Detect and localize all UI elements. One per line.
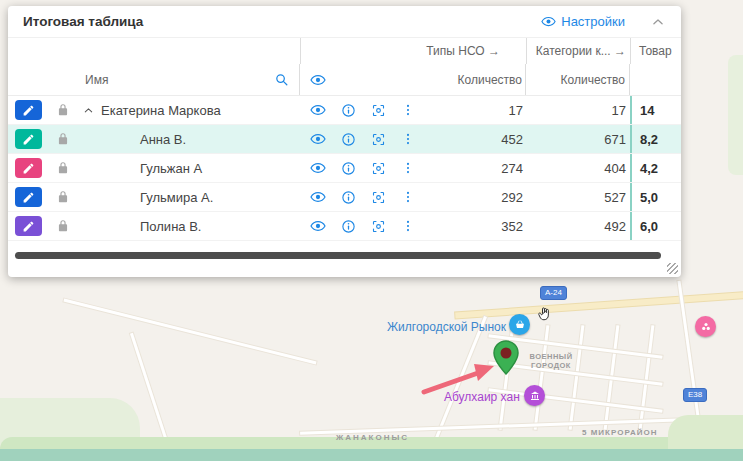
focus-icon[interactable]: [370, 131, 386, 147]
qty-product-value: 14: [630, 96, 681, 124]
settings-button[interactable]: Настройки: [535, 13, 631, 30]
focus-icon[interactable]: [370, 160, 386, 176]
lock-icon[interactable]: [56, 161, 70, 175]
table-column-header: Имя Количество Количество: [8, 64, 681, 96]
map-road: [63, 299, 316, 365]
area-label-5-mikroraion: 5 МИКРОРАЙОН: [582, 428, 658, 437]
menu-dots-icon[interactable]: [400, 131, 416, 147]
qty-nso-value: 352: [428, 212, 526, 240]
column-qty-categories-label[interactable]: Количество: [526, 64, 630, 95]
qty-nso-value: 274: [428, 154, 526, 182]
table-row[interactable]: Гульмира А. 292 527 5,0: [8, 183, 681, 212]
pencil-icon: [22, 104, 35, 117]
resize-handle[interactable]: [667, 263, 678, 274]
map-road: [639, 325, 655, 430]
table-group-header: Типы НСО → Категории к... → Товар: [8, 38, 681, 64]
qty-nso-value: 452: [428, 125, 526, 153]
map-park-area: [728, 55, 743, 175]
column-qty-nso-label[interactable]: Количество: [428, 64, 526, 95]
table-row[interactable]: Анна В. 452 671 8,2: [8, 125, 681, 154]
group-header-product[interactable]: Товар: [630, 38, 681, 64]
annotation-arrow: [418, 356, 506, 398]
edit-button[interactable]: [15, 216, 42, 236]
header-product-cell: [630, 64, 681, 95]
map-park-area: [668, 415, 743, 449]
table-row[interactable]: Полина В. 352 492 6,0: [8, 212, 681, 241]
horizontal-scrollbar[interactable]: [15, 252, 661, 259]
visibility-icon[interactable]: [310, 131, 326, 147]
info-icon[interactable]: [340, 218, 356, 234]
info-icon[interactable]: [340, 102, 356, 118]
visibility-icon[interactable]: [310, 189, 326, 205]
qty-categories-value: 17: [526, 96, 630, 124]
road-badge-e38: Е38: [683, 388, 707, 402]
info-icon[interactable]: [340, 131, 356, 147]
poi-label-market[interactable]: Жилгородской Рынок: [387, 320, 506, 334]
pencil-icon: [22, 220, 35, 233]
area-label-voenny-gorodok: ВОЕННЫЙ ГОРОДОК: [515, 352, 587, 370]
focus-icon[interactable]: [370, 189, 386, 205]
collapse-row-icon[interactable]: [80, 102, 96, 118]
qty-product-value: 4,2: [630, 154, 681, 182]
chevron-up-icon: [651, 15, 665, 29]
header-edit-cell: [8, 64, 48, 95]
group-header-spacer: [8, 38, 300, 64]
qty-categories-value: 404: [526, 154, 630, 182]
column-name-label: Имя: [85, 73, 108, 87]
row-name: Екатерина Маркова: [101, 103, 221, 118]
edit-button[interactable]: [15, 100, 42, 120]
visibility-column-icon[interactable]: [310, 72, 326, 88]
map-river: [0, 449, 743, 461]
lock-icon[interactable]: [56, 219, 70, 233]
landmark-icon: [529, 390, 541, 402]
map-road: [569, 325, 585, 430]
row-name: Гульмира А.: [140, 190, 213, 205]
summary-table-panel: Итоговая таблица Настройки Типы НСО → Ка…: [8, 6, 681, 277]
edit-button[interactable]: [15, 187, 42, 207]
visibility-icon[interactable]: [310, 160, 326, 176]
info-icon[interactable]: [340, 160, 356, 176]
lock-icon[interactable]: [56, 132, 70, 146]
menu-dots-icon[interactable]: [400, 189, 416, 205]
info-icon[interactable]: [340, 189, 356, 205]
menu-dots-icon[interactable]: [400, 160, 416, 176]
qty-categories-value: 527: [526, 183, 630, 211]
qty-categories-value: 492: [526, 212, 630, 240]
pencil-icon: [22, 191, 35, 204]
edit-button[interactable]: [15, 129, 42, 149]
cursor-hand: [535, 305, 553, 323]
header-name-cell: Имя: [78, 64, 300, 95]
header-icons-cell: [300, 64, 428, 95]
group-header-nso[interactable]: Типы НСО →: [300, 38, 526, 64]
qty-product-value: 8,2: [630, 125, 681, 153]
panel-header: Итоговая таблица Настройки: [8, 6, 681, 38]
shopping-basket-icon: [514, 319, 526, 331]
qty-nso-value: 17: [428, 96, 526, 124]
qty-product-value: 5,0: [630, 183, 681, 211]
row-name: Гульжан А: [140, 161, 202, 176]
collapse-panel-button[interactable]: [651, 13, 669, 31]
menu-dots-icon[interactable]: [400, 102, 416, 118]
map-road-highway: [455, 292, 743, 319]
table-row[interactable]: Гульжан А 274 404 4,2: [8, 154, 681, 183]
search-icon[interactable]: [274, 72, 289, 87]
visibility-icon[interactable]: [310, 218, 326, 234]
landmark-poi-icon[interactable]: [524, 385, 545, 406]
edit-button[interactable]: [15, 158, 42, 178]
road-badge-a24: А-24: [540, 286, 567, 300]
visibility-icon[interactable]: [310, 102, 326, 118]
focus-icon[interactable]: [370, 102, 386, 118]
market-poi-icon[interactable]: [509, 314, 530, 335]
eye-icon: [541, 14, 556, 29]
table-row[interactable]: Екатерина Маркова 17 17 14: [8, 96, 681, 125]
panel-title: Итоговая таблица: [23, 14, 143, 29]
pencil-icon: [22, 162, 35, 175]
qty-categories-value: 671: [526, 125, 630, 153]
lock-icon[interactable]: [56, 190, 70, 204]
beauty-poi-icon[interactable]: [695, 316, 716, 337]
group-header-categories[interactable]: Категории к... →: [526, 38, 630, 64]
lock-icon[interactable]: [56, 103, 70, 117]
menu-dots-icon[interactable]: [400, 218, 416, 234]
focus-icon[interactable]: [370, 218, 386, 234]
pencil-icon: [22, 133, 35, 146]
